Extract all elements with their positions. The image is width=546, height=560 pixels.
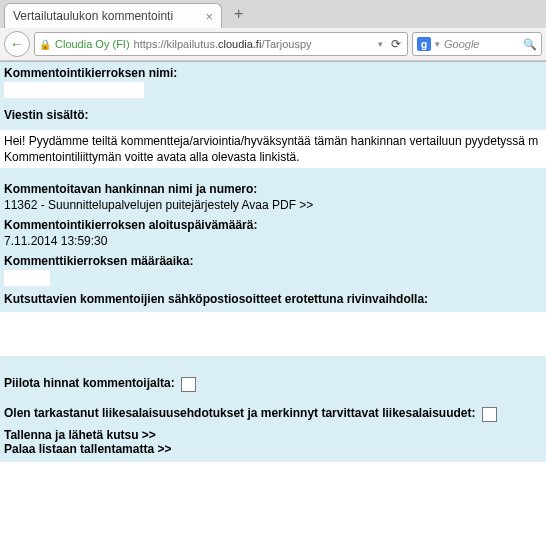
emails-textarea[interactable] [0,312,546,356]
back-button[interactable]: ← [4,31,30,57]
search-dropdown-icon[interactable]: ▾ [435,39,440,49]
reload-button[interactable]: ⟳ [389,37,403,51]
message-label: Viestin sisältö: [4,108,542,122]
search-icon[interactable]: 🔍 [523,38,537,51]
deadline-label: Kommenttikierroksen määräaika: [4,254,542,268]
message-line: Kommentointiliittymän voitte avata alla … [4,149,542,165]
hide-prices-checkbox[interactable] [181,377,196,392]
target-value[interactable]: 11362 - Suunnittelupalvelujen puitejärje… [4,198,542,212]
tab-title: Vertailutaulukon kommentointi [13,9,173,23]
message-body[interactable]: Hei! Pyydämme teiltä kommentteja/arvioin… [0,130,546,168]
round-name-label: Kommentointikierroksen nimi: [4,66,542,80]
site-identity: Cloudia Oy (FI) [55,38,130,50]
browser-chrome: Vertailutaulukon kommentointi × + ← 🔒 Cl… [0,0,546,62]
url-bar[interactable]: 🔒 Cloudia Oy (FI) https://kilpailutus.cl… [34,32,408,56]
page-content: Kommentointikierroksen nimi: Viestin sis… [0,62,546,542]
back-to-list-link[interactable]: Palaa listaan tallentamatta >> [4,442,542,456]
target-label: Kommentoitavan hankinnan nimi ja numero: [4,182,542,196]
tab-bar: Vertailutaulukon kommentointi × + [0,0,546,28]
confirm-secrets-checkbox[interactable] [482,407,497,422]
lock-icon: 🔒 [39,39,51,50]
search-placeholder: Google [444,38,479,50]
start-date-label: Kommentointikierroksen aloituspäivämäärä… [4,218,542,232]
start-date-value: 7.11.2014 13:59:30 [4,234,542,248]
nav-bar: ← 🔒 Cloudia Oy (FI) https://kilpailutus.… [0,28,546,61]
deadline-input[interactable] [4,270,50,286]
url-text: https://kilpailutus.cloudia.fi/Tarjouspy [134,38,312,50]
google-icon: g [417,37,431,51]
new-tab-button[interactable]: + [228,5,249,23]
close-tab-icon[interactable]: × [193,9,213,24]
search-bar[interactable]: g ▾ Google 🔍 [412,32,542,56]
browser-tab[interactable]: Vertailutaulukon kommentointi × [4,3,222,28]
hide-prices-label: Piilota hinnat kommentoijalta: [4,376,175,390]
url-dropdown-icon[interactable]: ▾ [376,39,385,49]
message-line: Hei! Pyydämme teiltä kommentteja/arvioin… [4,133,542,149]
save-send-link[interactable]: Tallenna ja lähetä kutsu >> [4,428,542,442]
round-name-input[interactable] [4,82,144,98]
confirm-secrets-label: Olen tarkastanut liikesalaisuusehdotukse… [4,406,476,420]
emails-label: Kutsuttavien kommentoijien sähköpostioso… [4,292,542,306]
